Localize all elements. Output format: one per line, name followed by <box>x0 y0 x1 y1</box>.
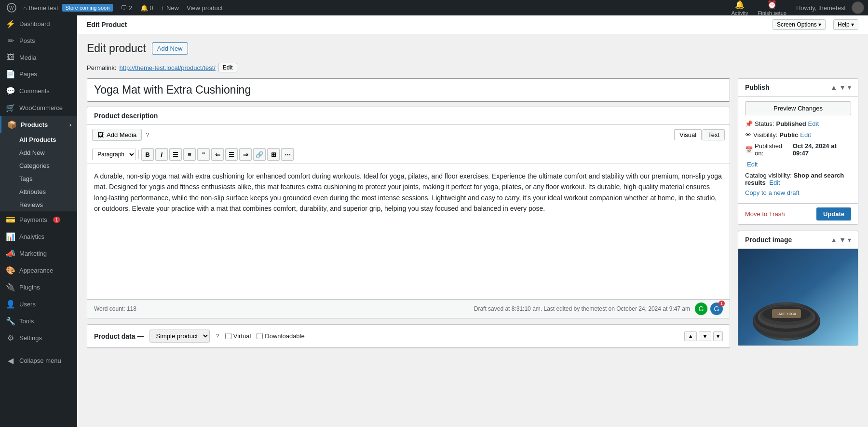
admin-header: Edit Product Screen Options ▾ Help ▾ <box>77 15 868 34</box>
add-media-icon: 🖼 <box>97 131 104 138</box>
sidebar-item-marketing[interactable]: 📣 Marketing <box>0 245 77 262</box>
sidebar-item-settings[interactable]: ⚙ Settings <box>0 330 77 346</box>
add-new-button[interactable]: Add New <box>152 42 188 55</box>
image-toggle-btn[interactable]: ▾ <box>848 236 851 244</box>
add-media-btn[interactable]: 🖼 Add Media <box>92 129 142 141</box>
visibility-value: Public <box>779 131 798 138</box>
notification-count[interactable]: 🔔 0 <box>136 0 157 15</box>
publish-toggle-btn[interactable]: ▾ <box>848 83 851 91</box>
expand-down-btn[interactable]: ▼ <box>699 331 711 341</box>
paragraph-select[interactable]: Paragraph <box>92 149 136 160</box>
downloadable-checkbox-label[interactable]: Downloadable <box>257 332 304 340</box>
align-right-btn[interactable]: ⇒ <box>239 148 252 161</box>
ul-btn[interactable]: ☰ <box>169 148 182 161</box>
activity-icon: 🔔 <box>735 0 745 9</box>
publish-expand-btns: ▲ ▼ ▾ <box>830 83 851 91</box>
help-btn[interactable]: Help ▾ <box>833 19 858 30</box>
product-type-select[interactable]: Simple product <box>149 330 210 343</box>
submenu-categories[interactable]: Categories <box>0 159 77 172</box>
finish-setup-btn[interactable]: ⏰ Finish setup <box>754 0 790 17</box>
submenu-add-new[interactable]: Add New <box>0 146 77 159</box>
align-left-btn[interactable]: ⇐ <box>211 148 224 161</box>
publish-up-btn[interactable]: ▲ <box>830 83 837 91</box>
avatar[interactable] <box>852 1 864 14</box>
quote-btn[interactable]: " <box>197 148 210 161</box>
sidebar-item-plugins[interactable]: 🔌 Plugins <box>0 279 77 296</box>
preview-changes-btn[interactable]: Preview Changes <box>745 101 851 115</box>
image-down-btn[interactable]: ▼ <box>839 236 846 244</box>
catalog-edit-link[interactable]: Edit <box>769 179 780 186</box>
top-bar-left: W ⌂ theme test Store coming soon 🗨 2 🔔 0… <box>4 0 728 15</box>
product-image-visual[interactable]: JADE YOGA <box>738 249 858 345</box>
permalink-url[interactable]: http://theme-test.local/product/test/ <box>119 64 215 71</box>
catalog-visibility-row: Catalog visibility: Shop and search resu… <box>745 172 851 186</box>
bold-btn[interactable]: B <box>141 148 154 161</box>
svg-text:W: W <box>9 5 14 11</box>
media-icon: 🖼 <box>6 53 15 62</box>
virtual-checkbox-label[interactable]: Virtual <box>225 332 251 340</box>
add-media-label: Add Media <box>107 131 136 138</box>
wp-logo[interactable]: W <box>4 0 19 15</box>
update-btn[interactable]: Update <box>816 207 851 220</box>
grammarly-icon[interactable]: G <box>695 303 707 315</box>
help-icon[interactable]: ? <box>146 131 149 138</box>
copy-draft-link[interactable]: Copy to a new draft <box>745 189 851 196</box>
sidebar-item-posts[interactable]: ✏ Posts <box>0 32 77 49</box>
comment-icon: 🗨 <box>121 4 127 12</box>
collapse-menu-btn[interactable]: ◀ Collapse menu <box>0 352 77 369</box>
visibility-edit-link[interactable]: Edit <box>800 131 811 138</box>
sidebar-item-analytics[interactable]: 📊 Analytics <box>0 228 77 245</box>
more-btn[interactable]: ⋯ <box>281 148 294 161</box>
permalink-edit-btn[interactable]: Edit <box>218 63 237 72</box>
marketing-icon: 📣 <box>6 249 15 258</box>
image-title: Product image <box>745 236 792 244</box>
submenu-reviews[interactable]: Reviews <box>0 198 77 211</box>
product-title-input[interactable] <box>87 78 730 102</box>
sidebar-item-pages[interactable]: 📄 Pages <box>0 66 77 83</box>
submenu-attributes[interactable]: Attributes <box>0 185 77 198</box>
sidebar-item-payments[interactable]: 💳 Payments 1 <box>0 211 77 228</box>
view-product-link[interactable]: View product <box>183 0 227 15</box>
grammarly-badge-icon[interactable]: G 1 <box>710 303 723 315</box>
sidebar-item-dashboard[interactable]: ⚡ Dashboard <box>0 15 77 32</box>
new-button[interactable]: + New <box>157 0 183 15</box>
editor-content[interactable]: A durable, non-slip yoga mat with extra … <box>87 164 730 299</box>
sidebar-item-appearance[interactable]: 🎨 Appearance <box>0 262 77 279</box>
published-edit-link[interactable]: Edit <box>747 161 758 168</box>
visual-tab[interactable]: Visual <box>674 129 702 140</box>
align-center-btn[interactable]: ☰ <box>225 148 238 161</box>
screen-options-btn[interactable]: Screen Options ▾ <box>773 19 826 30</box>
move-to-trash-link[interactable]: Move to Trash <box>745 210 785 218</box>
sidebar-item-products[interactable]: 📦 Products › <box>0 116 77 133</box>
text-tab[interactable]: Text <box>703 129 725 140</box>
submenu-tags[interactable]: Tags <box>0 172 77 185</box>
image-header: Product image ▲ ▼ ▾ <box>738 231 858 249</box>
site-name[interactable]: ⌂ theme test Store coming soon <box>19 0 117 15</box>
publish-down-btn[interactable]: ▼ <box>839 83 846 91</box>
status-edit-link[interactable]: Edit <box>808 120 819 127</box>
virtual-checkbox[interactable] <box>225 333 231 339</box>
table-btn[interactable]: ⊞ <box>267 148 280 161</box>
image-up-btn[interactable]: ▲ <box>830 236 837 244</box>
italic-btn[interactable]: I <box>155 148 168 161</box>
publish-header: Publish ▲ ▼ ▾ <box>738 79 858 96</box>
activity-btn[interactable]: 🔔 Activity <box>728 0 752 17</box>
link-btn[interactable]: 🔗 <box>253 148 266 161</box>
expand-up-btn[interactable]: ▲ <box>684 331 697 341</box>
comment-count[interactable]: 🗨 2 <box>117 0 136 15</box>
downloadable-checkbox[interactable] <box>257 333 263 339</box>
sidebar-label-products: Products <box>21 121 48 128</box>
expand-toggle-btn[interactable]: ▾ <box>713 331 723 341</box>
sidebar-item-woocommerce[interactable]: 🛒 WooCommerce <box>0 99 77 116</box>
view-product-text: View product <box>187 4 223 12</box>
editor-footer-icons: G G 1 <box>695 303 723 315</box>
products-arrow-icon: › <box>69 121 71 128</box>
submenu-all-products[interactable]: All Products <box>0 133 77 146</box>
sidebar-item-users[interactable]: 👤 Users <box>0 296 77 313</box>
sidebar-item-tools[interactable]: 🔧 Tools <box>0 313 77 330</box>
sidebar-item-comments[interactable]: 💬 Comments <box>0 83 77 99</box>
sidebar-item-media[interactable]: 🖼 Media <box>0 49 77 66</box>
permalink-row: Permalink: http://theme-test.local/produ… <box>87 63 858 72</box>
product-data-help[interactable]: ? <box>216 332 219 340</box>
ol-btn[interactable]: ≡ <box>183 148 196 161</box>
